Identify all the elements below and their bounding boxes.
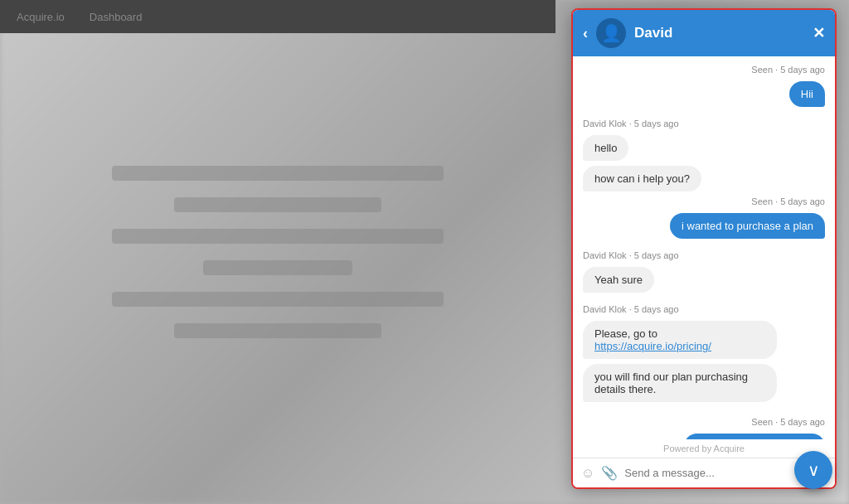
emoji-icon[interactable]: ☺ <box>581 466 594 481</box>
bubble-hello: hello <box>583 135 628 161</box>
meta-david-1: David Klok · 5 days ago <box>583 119 825 128</box>
bg-bar-4 <box>203 260 352 275</box>
bubble-thank-you: Thank you for the details <box>684 434 825 439</box>
bubble-purchase: i wanted to purchase a plan <box>670 213 825 239</box>
chat-widget: ‹ 👤 David ✕ Seen · 5 days ago Hii David … <box>571 8 837 489</box>
chat-messages: Seen · 5 days ago Hii David Klok · 5 day… <box>573 56 835 439</box>
meta-seen-2: Seen · 5 days ago <box>583 196 825 206</box>
meta-seen-1: Seen · 5 days ago <box>583 65 825 75</box>
pricing-link[interactable]: https://acquire.io/pricing/ <box>594 340 711 352</box>
powered-by: Powered by Acquire <box>573 439 835 458</box>
bubble-hii: Hii <box>789 81 825 107</box>
attachment-icon[interactable]: 📎 <box>601 465 618 481</box>
back-button[interactable]: ‹ <box>583 25 588 42</box>
close-button[interactable]: ✕ <box>813 24 825 42</box>
bubble-yeah-sure: Yeah sure <box>583 267 654 293</box>
meta-seen-3: Seen · 5 days ago <box>583 417 825 427</box>
bg-bar-6 <box>174 323 381 338</box>
bg-bar-5 <box>112 292 444 307</box>
bubble-link-prefix: Please, go to <box>594 327 657 340</box>
bg-bar-2 <box>174 197 381 212</box>
chevron-down-icon: ∨ <box>808 460 820 480</box>
bg-bar-3 <box>112 229 444 244</box>
bubble-link: Please, go to https://acquire.io/pricing… <box>583 321 777 359</box>
bg-content <box>0 0 555 504</box>
bg-bar-1 <box>112 166 444 181</box>
chat-header: ‹ 👤 David ✕ <box>573 10 835 56</box>
floating-scroll-button[interactable]: ∨ <box>794 451 832 489</box>
meta-david-2: David Klok · 5 days ago <box>583 250 825 260</box>
message-input[interactable] <box>624 467 809 479</box>
bubble-help: how can i help you? <box>583 166 701 191</box>
header-avatar: 👤 <box>596 18 626 48</box>
bubble-find-details: you will find our plan purchasing detail… <box>583 364 777 402</box>
avatar-icon: 👤 <box>601 23 622 43</box>
chat-contact-name: David <box>634 25 804 41</box>
meta-david-3: David Klok · 5 days ago <box>583 304 825 314</box>
